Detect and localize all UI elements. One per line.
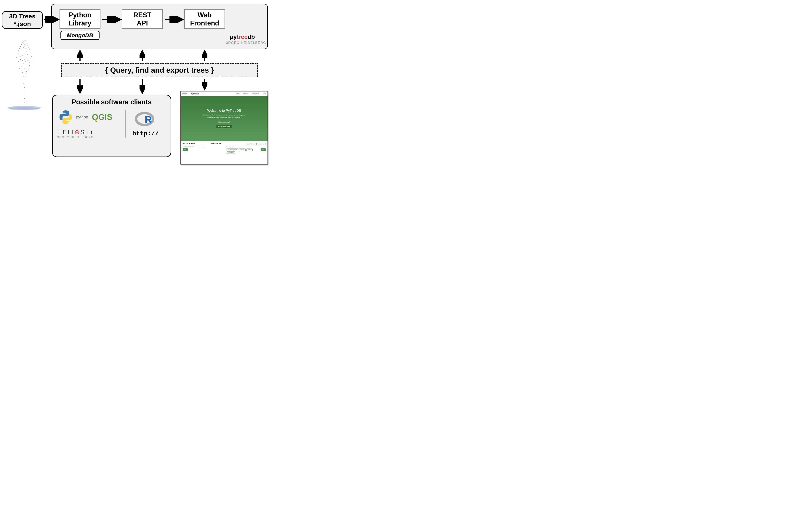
import-button[interactable]: Import bbox=[246, 148, 253, 151]
helios-sub: 3DGEO HEIDELBERG bbox=[57, 136, 119, 139]
brand-db: db bbox=[248, 33, 255, 40]
footer-get-label: Get tree by index bbox=[183, 143, 205, 144]
svg-point-12 bbox=[29, 49, 30, 49]
http-label: http:// bbox=[132, 130, 159, 137]
web-preview-brand: PyTreeDB bbox=[191, 93, 199, 95]
svg-point-21 bbox=[31, 56, 32, 57]
hero-sub2: Currently, PyTreeDB has 1491 trees of 22… bbox=[207, 117, 241, 118]
arrow-rest-to-web bbox=[164, 16, 184, 23]
svg-point-41 bbox=[24, 79, 25, 80]
svg-point-37 bbox=[22, 72, 23, 73]
svg-point-18 bbox=[17, 54, 18, 54]
svg-point-17 bbox=[26, 51, 27, 52]
svg-point-51 bbox=[20, 53, 21, 53]
svg-point-19 bbox=[30, 53, 31, 53]
svg-point-5 bbox=[21, 44, 22, 45]
web-preview-footer: Get tree by index Index: starts with 0 G… bbox=[181, 141, 267, 156]
svg-point-39 bbox=[23, 76, 24, 77]
svg-point-28 bbox=[29, 62, 30, 63]
qgis-logo: Q▸QGISGIS bbox=[92, 112, 112, 122]
add-filter-button[interactable]: Add Filter ▾ bbox=[246, 143, 255, 145]
input-line2: *.json bbox=[14, 20, 31, 27]
svg-point-52 bbox=[27, 54, 28, 55]
svg-point-8 bbox=[28, 45, 28, 46]
svg-point-1 bbox=[23, 41, 24, 42]
download-button[interactable]: Download all data bbox=[216, 125, 232, 128]
index-input[interactable]: Index: starts with 0 bbox=[183, 145, 205, 147]
svg-point-15 bbox=[25, 48, 26, 49]
svg-point-36 bbox=[24, 68, 25, 69]
svg-point-0 bbox=[24, 40, 25, 41]
svg-point-61 bbox=[24, 43, 24, 43]
nav-contact[interactable]: CONTACT bbox=[252, 93, 259, 95]
svg-point-45 bbox=[24, 95, 24, 95]
svg-point-22 bbox=[24, 54, 25, 54]
svg-point-2 bbox=[25, 40, 26, 41]
clients-divider bbox=[125, 110, 126, 138]
go-button-1[interactable]: Go bbox=[183, 148, 188, 151]
svg-point-47 bbox=[24, 102, 25, 103]
svg-point-11 bbox=[18, 50, 19, 50]
svg-point-13 bbox=[24, 44, 25, 45]
helios-logo: HELI⊕S++ 3DGEO HEIDELBERG bbox=[57, 128, 119, 139]
footer-search-label: Search the DB bbox=[210, 143, 221, 144]
svg-point-29 bbox=[24, 59, 25, 60]
brand-tree: tree bbox=[237, 33, 248, 40]
svg-point-62 bbox=[24, 46, 25, 46]
arrow-query-to-clients bbox=[77, 77, 83, 95]
svg-point-31 bbox=[25, 65, 26, 65]
svg-point-63 bbox=[63, 111, 64, 112]
mongodb-box: MongoDB bbox=[61, 31, 100, 40]
remove-all-button[interactable]: Remove All bbox=[256, 143, 265, 145]
svg-point-14 bbox=[23, 47, 24, 48]
hero-sub1: Database of single tree laser scanning a… bbox=[203, 114, 245, 116]
svg-point-42 bbox=[24, 83, 24, 84]
show-species-link[interactable]: Show species › bbox=[218, 120, 230, 123]
arrow-pylib-to-rest bbox=[101, 16, 122, 23]
nav-home[interactable]: HOME bbox=[235, 93, 239, 95]
rest-api-box: REST API bbox=[122, 9, 163, 29]
pytreedb-brand: pytreedb bbox=[230, 33, 255, 40]
arrow-rest-to-query bbox=[139, 50, 145, 63]
hero-title: Welcome to PyTreeDB bbox=[207, 109, 241, 113]
input-3d-trees-box: 3D Trees *.json bbox=[2, 11, 43, 29]
clients-container: Possible software clients python Q▸QGISG… bbox=[52, 95, 171, 157]
svg-point-32 bbox=[21, 67, 22, 67]
web-preview-header: 3DGEO PyTreeDB HOME ABOUT CONTACT EN ▾ bbox=[181, 92, 267, 96]
svg-point-57 bbox=[22, 60, 23, 61]
r-logo-icon: R bbox=[135, 111, 156, 127]
input-line1: 3D Trees bbox=[9, 13, 35, 20]
svg-point-60 bbox=[26, 71, 27, 72]
nav-about[interactable]: ABOUT bbox=[243, 93, 248, 95]
update-preview-button[interactable]: Update Preview bbox=[227, 148, 238, 151]
svg-point-25 bbox=[20, 59, 21, 60]
svg-point-44 bbox=[24, 91, 25, 92]
python-library-box: Python Library bbox=[60, 9, 100, 29]
clients-title: Possible software clients bbox=[57, 98, 166, 106]
export-button[interactable]: Export bbox=[239, 148, 246, 151]
permalink-button[interactable]: Permalink bbox=[227, 151, 235, 154]
svg-point-64 bbox=[67, 122, 68, 123]
svg-point-7 bbox=[20, 46, 21, 47]
svg-point-23 bbox=[22, 56, 23, 56]
brand-py: py bbox=[230, 33, 237, 40]
svg-point-9 bbox=[19, 48, 20, 49]
web-frontend-preview: 3DGEO PyTreeDB HOME ABOUT CONTACT EN ▾ W… bbox=[181, 91, 268, 165]
nav-lang[interactable]: EN ▾ bbox=[263, 93, 266, 95]
svg-point-46 bbox=[24, 98, 25, 99]
svg-point-50 bbox=[9, 107, 39, 110]
svg-point-34 bbox=[19, 68, 20, 69]
svg-point-58 bbox=[25, 61, 26, 62]
svg-point-55 bbox=[19, 64, 19, 65]
arrow-query-to-clients-2 bbox=[139, 77, 145, 95]
arrow-web-to-query bbox=[202, 50, 207, 63]
python-logo-icon bbox=[57, 109, 74, 126]
svg-point-48 bbox=[24, 105, 25, 105]
query-export-box: { Query, find and export trees } bbox=[61, 63, 258, 77]
your-query-label: Your query: bbox=[226, 146, 266, 148]
go-button-2[interactable]: Go bbox=[261, 148, 266, 151]
svg-point-20 bbox=[17, 57, 17, 58]
svg-point-24 bbox=[26, 57, 26, 58]
tree-pointcloud-image bbox=[6, 32, 45, 115]
arrow-input-to-pylib bbox=[43, 16, 60, 23]
